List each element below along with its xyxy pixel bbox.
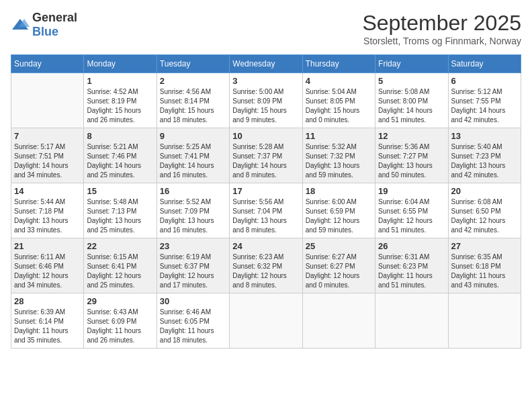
day-number: 13 — [451, 131, 518, 141]
day-number: 16 — [160, 186, 226, 196]
day-info: Sunrise: 5:04 AM Sunset: 8:05 PM Dayligh… — [306, 87, 372, 125]
day-number: 29 — [87, 296, 153, 306]
calendar-cell: 11Sunrise: 5:32 AM Sunset: 7:32 PM Dayli… — [302, 128, 375, 183]
day-number: 1 — [87, 76, 153, 86]
day-number: 18 — [306, 186, 372, 196]
day-number: 14 — [14, 186, 81, 196]
day-number: 24 — [232, 241, 299, 251]
calendar-cell: 16Sunrise: 5:52 AM Sunset: 7:09 PM Dayli… — [157, 183, 229, 238]
calendar-cell: 2Sunrise: 4:56 AM Sunset: 8:14 PM Daylig… — [157, 73, 229, 128]
day-number: 12 — [378, 131, 445, 141]
calendar-cell: 23Sunrise: 6:19 AM Sunset: 6:37 PM Dayli… — [157, 238, 229, 293]
day-info: Sunrise: 4:56 AM Sunset: 8:14 PM Dayligh… — [160, 87, 226, 125]
day-number: 23 — [160, 241, 226, 251]
day-number: 8 — [87, 131, 153, 141]
day-number: 30 — [160, 296, 226, 306]
calendar-cell: 19Sunrise: 6:04 AM Sunset: 6:55 PM Dayli… — [375, 183, 448, 238]
calendar-cell: 4Sunrise: 5:04 AM Sunset: 8:05 PM Daylig… — [302, 73, 375, 128]
day-number: 26 — [378, 241, 445, 251]
day-info: Sunrise: 6:11 AM Sunset: 6:46 PM Dayligh… — [14, 253, 81, 290]
calendar-cell: 1Sunrise: 4:52 AM Sunset: 8:19 PM Daylig… — [84, 73, 157, 128]
day-number: 9 — [160, 131, 226, 141]
day-info: Sunrise: 6:43 AM Sunset: 6:09 PM Dayligh… — [87, 308, 153, 345]
calendar-cell: 24Sunrise: 6:23 AM Sunset: 6:32 PM Dayli… — [230, 238, 302, 293]
calendar-cell — [302, 293, 375, 349]
day-number: 3 — [232, 76, 299, 86]
calendar-cell: 3Sunrise: 5:00 AM Sunset: 8:09 PM Daylig… — [230, 73, 302, 128]
day-info: Sunrise: 5:28 AM Sunset: 7:37 PM Dayligh… — [232, 142, 299, 180]
logo: General Blue — [11, 11, 77, 39]
day-info: Sunrise: 5:52 AM Sunset: 7:09 PM Dayligh… — [160, 197, 226, 235]
day-info: Sunrise: 6:39 AM Sunset: 6:14 PM Dayligh… — [14, 308, 81, 345]
day-info: Sunrise: 6:46 AM Sunset: 6:05 PM Dayligh… — [160, 308, 226, 345]
calendar-cell: 6Sunrise: 5:12 AM Sunset: 7:55 PM Daylig… — [448, 73, 521, 128]
day-info: Sunrise: 6:31 AM Sunset: 6:23 PM Dayligh… — [378, 253, 445, 290]
calendar-cell: 14Sunrise: 5:44 AM Sunset: 7:18 PM Dayli… — [11, 183, 84, 238]
month-title: September 2025 — [362, 11, 521, 36]
day-info: Sunrise: 5:21 AM Sunset: 7:46 PM Dayligh… — [87, 142, 153, 180]
calendar-cell — [230, 293, 302, 349]
calendar-table: SundayMondayTuesdayWednesdayThursdayFrid… — [11, 54, 521, 349]
calendar-cell: 10Sunrise: 5:28 AM Sunset: 7:37 PM Dayli… — [230, 128, 302, 183]
day-info: Sunrise: 5:44 AM Sunset: 7:18 PM Dayligh… — [14, 197, 81, 235]
calendar-cell: 5Sunrise: 5:08 AM Sunset: 8:00 PM Daylig… — [375, 73, 448, 128]
day-number: 11 — [306, 131, 372, 141]
day-info: Sunrise: 5:25 AM Sunset: 7:41 PM Dayligh… — [160, 142, 226, 180]
day-number: 19 — [378, 186, 445, 196]
calendar-cell — [11, 73, 84, 128]
weekday-header-friday: Friday — [375, 55, 448, 73]
week-row-3: 14Sunrise: 5:44 AM Sunset: 7:18 PM Dayli… — [11, 183, 521, 238]
calendar-cell: 9Sunrise: 5:25 AM Sunset: 7:41 PM Daylig… — [157, 128, 229, 183]
calendar-cell — [448, 293, 521, 349]
day-info: Sunrise: 6:08 AM Sunset: 6:50 PM Dayligh… — [451, 197, 518, 235]
day-number: 21 — [14, 241, 81, 251]
weekday-header-wednesday: Wednesday — [230, 55, 302, 73]
day-number: 27 — [451, 241, 518, 251]
calendar-cell: 21Sunrise: 6:11 AM Sunset: 6:46 PM Dayli… — [11, 238, 84, 293]
calendar-cell: 20Sunrise: 6:08 AM Sunset: 6:50 PM Dayli… — [448, 183, 521, 238]
calendar-cell: 12Sunrise: 5:36 AM Sunset: 7:27 PM Dayli… — [375, 128, 448, 183]
weekday-header-tuesday: Tuesday — [157, 55, 229, 73]
calendar-cell: 28Sunrise: 6:39 AM Sunset: 6:14 PM Dayli… — [11, 293, 84, 349]
weekday-header-row: SundayMondayTuesdayWednesdayThursdayFrid… — [11, 55, 521, 73]
day-info: Sunrise: 5:40 AM Sunset: 7:23 PM Dayligh… — [451, 142, 518, 180]
day-info: Sunrise: 6:15 AM Sunset: 6:41 PM Dayligh… — [87, 253, 153, 290]
day-number: 6 — [451, 76, 518, 86]
week-row-5: 28Sunrise: 6:39 AM Sunset: 6:14 PM Dayli… — [11, 293, 521, 349]
calendar-cell — [375, 293, 448, 349]
day-number: 4 — [306, 76, 372, 86]
calendar-cell: 8Sunrise: 5:21 AM Sunset: 7:46 PM Daylig… — [84, 128, 157, 183]
week-row-1: 1Sunrise: 4:52 AM Sunset: 8:19 PM Daylig… — [11, 73, 521, 128]
day-number: 28 — [14, 296, 81, 306]
day-number: 15 — [87, 186, 153, 196]
calendar-cell: 25Sunrise: 6:27 AM Sunset: 6:27 PM Dayli… — [302, 238, 375, 293]
day-number: 7 — [14, 131, 81, 141]
day-number: 25 — [306, 241, 372, 251]
calendar-cell: 27Sunrise: 6:35 AM Sunset: 6:18 PM Dayli… — [448, 238, 521, 293]
calendar-cell: 30Sunrise: 6:46 AM Sunset: 6:05 PM Dayli… — [157, 293, 229, 349]
weekday-header-saturday: Saturday — [448, 55, 521, 73]
week-row-2: 7Sunrise: 5:17 AM Sunset: 7:51 PM Daylig… — [11, 128, 521, 183]
day-info: Sunrise: 5:08 AM Sunset: 8:00 PM Dayligh… — [378, 87, 445, 125]
day-info: Sunrise: 6:04 AM Sunset: 6:55 PM Dayligh… — [378, 197, 445, 235]
day-number: 10 — [232, 131, 299, 141]
day-number: 20 — [451, 186, 518, 196]
calendar-cell: 26Sunrise: 6:31 AM Sunset: 6:23 PM Dayli… — [375, 238, 448, 293]
day-info: Sunrise: 5:00 AM Sunset: 8:09 PM Dayligh… — [232, 87, 299, 125]
day-number: 5 — [378, 76, 445, 86]
title-block: September 2025 Storslett, Troms og Finnm… — [362, 11, 521, 46]
calendar-cell: 29Sunrise: 6:43 AM Sunset: 6:09 PM Dayli… — [84, 293, 157, 349]
calendar-cell: 7Sunrise: 5:17 AM Sunset: 7:51 PM Daylig… — [11, 128, 84, 183]
location-subtitle: Storslett, Troms og Finnmark, Norway — [362, 36, 521, 46]
day-info: Sunrise: 6:19 AM Sunset: 6:37 PM Dayligh… — [160, 253, 226, 290]
calendar-cell: 13Sunrise: 5:40 AM Sunset: 7:23 PM Dayli… — [448, 128, 521, 183]
day-info: Sunrise: 5:17 AM Sunset: 7:51 PM Dayligh… — [14, 142, 81, 180]
day-info: Sunrise: 5:32 AM Sunset: 7:32 PM Dayligh… — [306, 142, 372, 180]
calendar-cell: 22Sunrise: 6:15 AM Sunset: 6:41 PM Dayli… — [84, 238, 157, 293]
weekday-header-sunday: Sunday — [11, 55, 84, 73]
day-info: Sunrise: 5:36 AM Sunset: 7:27 PM Dayligh… — [378, 142, 445, 180]
calendar-cell: 17Sunrise: 5:56 AM Sunset: 7:04 PM Dayli… — [230, 183, 302, 238]
weekday-header-monday: Monday — [84, 55, 157, 73]
day-number: 22 — [87, 241, 153, 251]
week-row-4: 21Sunrise: 6:11 AM Sunset: 6:46 PM Dayli… — [11, 238, 521, 293]
